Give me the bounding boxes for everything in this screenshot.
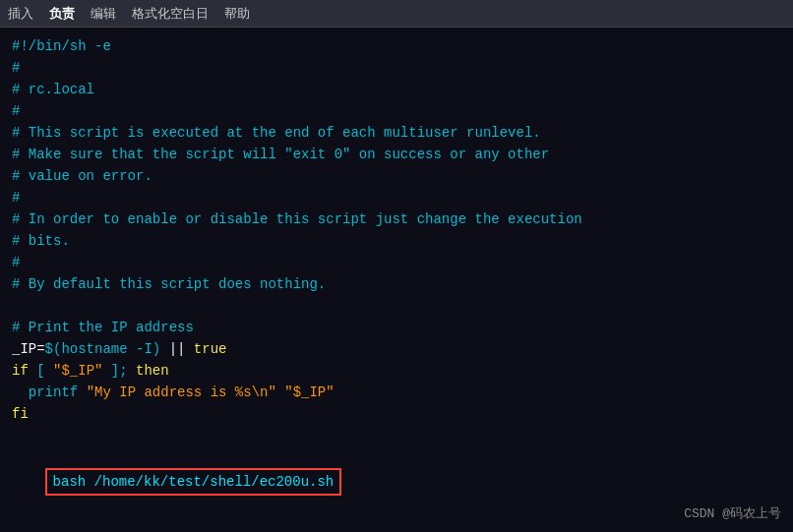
- code-line-16: if [ "$_IP" ]; then: [12, 360, 781, 382]
- toolbar-item-edit[interactable]: 负责: [49, 5, 75, 23]
- code-line-14: # Print the IP address: [12, 317, 781, 338]
- code-line-shebang: #!/bin/sh -e: [12, 35, 781, 57]
- code-line-8: #: [12, 187, 781, 208]
- code-line-11: #: [12, 252, 781, 273]
- code-line-6: # Make sure that the script will "exit 0…: [12, 144, 781, 165]
- code-line-empty1: [12, 295, 781, 317]
- code-area: #!/bin/sh -e # # rc.local # # This scrip…: [0, 28, 793, 532]
- code-line-12: # By default this script does nothing.: [12, 273, 781, 295]
- code-line-15: _IP=$(hostname -I) || true: [12, 338, 781, 360]
- code-line-10: # bits.: [12, 230, 781, 252]
- toolbar-item-format[interactable]: 编辑: [91, 5, 116, 23]
- toolbar-item-help[interactable]: 帮助: [224, 5, 250, 23]
- watermark: CSDN @码农上号: [684, 504, 781, 522]
- code-line-7: # value on error.: [12, 165, 781, 187]
- code-line-empty2: [12, 425, 781, 446]
- code-line-2: #: [12, 57, 781, 79]
- toolbar-item-whitespace[interactable]: 格式化空白日: [132, 5, 209, 23]
- toolbar-item-insert[interactable]: 插入: [8, 5, 33, 23]
- code-line-highlighted: bash /home/kk/test/shell/ec200u.sh: [12, 446, 781, 517]
- toolbar: 插入 负责 编辑 格式化空白日 帮助: [0, 0, 793, 28]
- code-line-3: # rc.local: [12, 79, 781, 100]
- code-line-4: #: [12, 100, 781, 122]
- code-line-9: # In order to enable or disable this scr…: [12, 208, 781, 230]
- code-line-17: printf "My IP address is %s\n" "$_IP": [12, 382, 781, 403]
- code-line-5: # This script is executed at the end of …: [12, 122, 781, 144]
- code-line-empty3: [12, 517, 781, 532]
- code-line-fi: fi: [12, 403, 781, 425]
